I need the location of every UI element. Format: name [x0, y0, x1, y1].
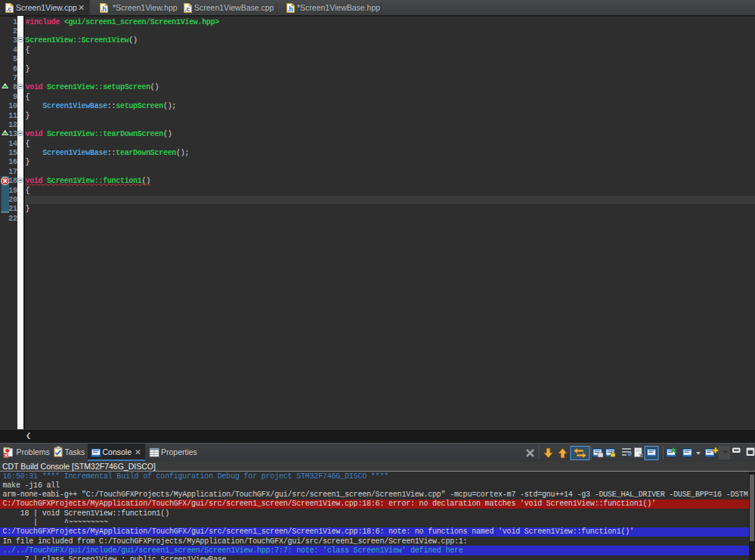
svg-text:.c: .c: [6, 5, 11, 13]
svg-text:.c: .c: [184, 5, 190, 13]
svg-text:.h: .h: [101, 5, 107, 13]
svg-text:.h: .h: [287, 5, 293, 13]
